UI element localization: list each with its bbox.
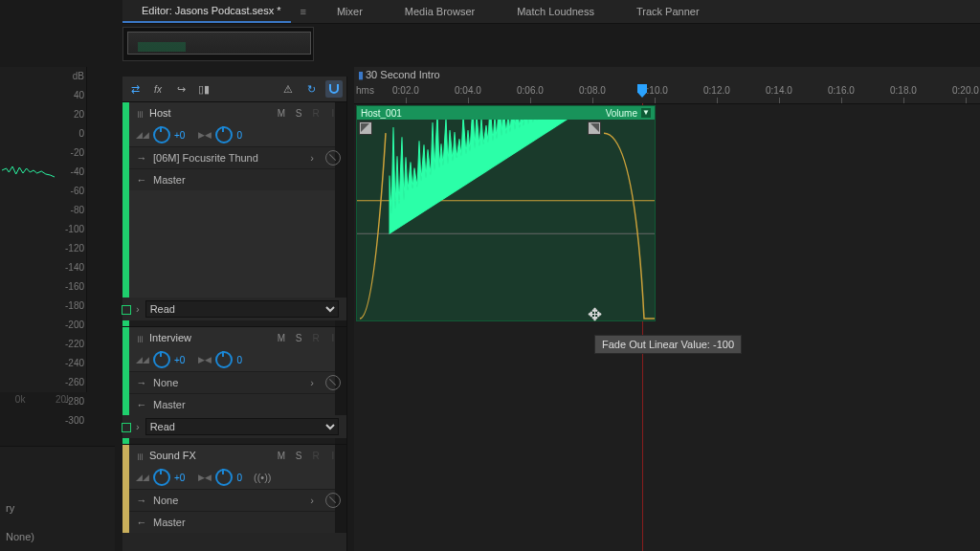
chevron-right-icon[interactable]: › xyxy=(136,421,140,432)
shuffle-icon[interactable]: ⇄ xyxy=(126,80,144,98)
output-row[interactable]: ← Master › xyxy=(122,393,346,415)
chevron-right-icon[interactable]: › xyxy=(136,303,140,315)
volume-knob[interactable] xyxy=(153,469,170,486)
send-icon[interactable]: ↪ xyxy=(172,80,189,98)
ruler-time-label: 0:06.0 xyxy=(517,85,544,96)
pan-value[interactable]: 0 xyxy=(236,130,242,141)
automation-marker[interactable] xyxy=(122,305,131,315)
navigator-content xyxy=(138,42,186,52)
db-scale-label: -240 xyxy=(52,354,84,373)
pan-knob[interactable] xyxy=(215,126,233,143)
record-button[interactable]: R xyxy=(310,333,322,343)
ruler-time-label: 0:12.0 xyxy=(703,85,730,96)
pan-value[interactable]: 0 xyxy=(236,355,242,365)
track-host: ⫼ Host M S R I ◢◢ +0 ▶◀ 0 → [06M] Focusr… xyxy=(122,101,346,326)
drag-handle-icon[interactable]: ⫼ xyxy=(136,333,144,343)
volume-icon: ◢◢ xyxy=(136,355,149,364)
track-name[interactable]: Host xyxy=(149,107,270,119)
pan-icon: ▶◀ xyxy=(198,130,212,140)
partial-text-2: None) xyxy=(6,531,109,542)
clip-menu-icon[interactable]: ▼ xyxy=(641,108,651,118)
eq-icon[interactable]: ▯▮ xyxy=(195,80,212,98)
partial-text-1: ry xyxy=(6,502,109,514)
pan-knob[interactable] xyxy=(215,469,233,486)
clip-area[interactable]: Host_001 Volume ▼ xyxy=(354,103,980,551)
track-controls: ◢◢ +0 ▶◀ 0 xyxy=(122,348,346,371)
pan-knob[interactable] xyxy=(215,351,233,368)
section-marker[interactable]: 30 Second Intro xyxy=(358,69,440,81)
db-scale-label: -80 xyxy=(52,201,84,220)
track-header[interactable]: ⫼ Interview M S R I xyxy=(122,327,346,348)
record-button[interactable]: R xyxy=(310,108,322,119)
tab-mixer[interactable]: Mixer xyxy=(316,0,384,23)
solo-button[interactable]: S xyxy=(293,333,304,343)
mute-button[interactable]: M xyxy=(276,333,287,343)
track-name[interactable]: Interview xyxy=(149,332,270,343)
drag-handle-icon[interactable]: ⫼ xyxy=(136,451,144,461)
drag-handle-icon[interactable]: ⫼ xyxy=(136,108,144,119)
input-null-icon[interactable] xyxy=(325,375,341,390)
automation-mode-select[interactable]: Read xyxy=(145,418,339,435)
automation-row: › Read xyxy=(122,415,346,438)
tab-track-panner[interactable]: Track Panner xyxy=(615,0,721,23)
mute-button[interactable]: M xyxy=(276,108,287,119)
volume-value[interactable]: +0 xyxy=(174,473,185,483)
input-null-icon[interactable] xyxy=(325,150,341,165)
track-meter-strip xyxy=(335,102,346,326)
volume-knob[interactable] xyxy=(153,351,170,368)
automation-marker[interactable] xyxy=(122,423,131,432)
time-ruler[interactable]: hms 0:02.00:04.00:06.00:08.00:10.00:12.0… xyxy=(354,82,980,103)
loop-icon[interactable]: ↻ xyxy=(302,80,320,98)
output-arrow-icon: ← xyxy=(136,517,147,528)
output-row[interactable]: ← Master › xyxy=(122,168,346,190)
db-scale-label: 0 xyxy=(52,124,84,143)
track-name[interactable]: Sound FX xyxy=(149,450,270,461)
db-scale-label: -120 xyxy=(52,239,84,258)
output-row[interactable]: ← Master › xyxy=(122,511,346,533)
audio-clip-host-001[interactable]: Host_001 Volume ▼ xyxy=(356,105,656,321)
output-label: Master xyxy=(153,517,331,528)
input-row[interactable]: → [06M] Focusrite Thund › xyxy=(122,146,346,168)
clip-waveform[interactable] xyxy=(357,120,655,320)
track-panel: ⇄ fx ↪ ▯▮ ⚠ ↻ ⫼ Host M S R I ◢◢ +0 ▶◀ xyxy=(122,77,347,551)
ruler-time-label: 0:14.0 xyxy=(766,85,792,96)
tab-match-loudness[interactable]: Match Loudness xyxy=(496,0,615,23)
volume-value[interactable]: +0 xyxy=(174,130,185,141)
freq-label-high: 20k xyxy=(56,394,71,405)
input-row[interactable]: → None › xyxy=(122,489,346,511)
navigator-viewport[interactable] xyxy=(127,32,311,55)
db-scale-label: 40 xyxy=(52,86,84,105)
warning-icon[interactable]: ⚠ xyxy=(279,80,297,98)
record-button[interactable]: R xyxy=(310,451,322,461)
input-arrow-icon: → xyxy=(136,377,147,388)
solo-button[interactable]: S xyxy=(293,108,304,119)
navigator-panel[interactable] xyxy=(122,27,314,61)
ruler-time-label: 0:18.0 xyxy=(890,85,917,96)
track-header[interactable]: ⫼ Host M S R I xyxy=(122,102,346,123)
input-null-icon[interactable] xyxy=(325,493,341,508)
pan-value[interactable]: 0 xyxy=(236,473,242,483)
automation-mode-select[interactable]: Read xyxy=(145,300,339,318)
snap-icon[interactable] xyxy=(325,80,343,98)
db-scale-label: dB xyxy=(52,67,84,86)
solo-button[interactable]: S xyxy=(293,451,304,461)
mute-button[interactable]: M xyxy=(276,451,287,461)
bottom-left-partial-panel: ry None) xyxy=(0,446,115,551)
volume-knob[interactable] xyxy=(153,126,170,143)
fade-tooltip: Fade Out Linear Value: -100 xyxy=(594,335,742,354)
editor-tab[interactable]: Editor: Jasons Podcast.sesx * xyxy=(122,0,291,23)
track-color-bar xyxy=(122,102,129,326)
track-header[interactable]: ⫼ Sound FX M S R I xyxy=(122,445,346,466)
ruler-time-label: 0:20.0 xyxy=(952,85,979,96)
input-row[interactable]: → None › xyxy=(122,371,346,393)
clip-title-bar[interactable]: Host_001 Volume ▼ xyxy=(357,106,655,120)
db-scale-label: 20 xyxy=(52,105,84,124)
tab-media-browser[interactable]: Media Browser xyxy=(384,0,496,23)
surround-icon[interactable]: ((•)) xyxy=(254,472,272,483)
clip-volume-label[interactable]: Volume xyxy=(606,108,639,119)
chevron-right-icon: › xyxy=(310,495,320,506)
volume-value[interactable]: +0 xyxy=(174,355,185,365)
fx-button[interactable]: fx xyxy=(149,80,167,98)
timeline-panel: 30 Second Intro hms 0:02.00:04.00:06.00:… xyxy=(354,67,980,551)
panel-menu-icon[interactable]: ≡ xyxy=(291,6,316,17)
